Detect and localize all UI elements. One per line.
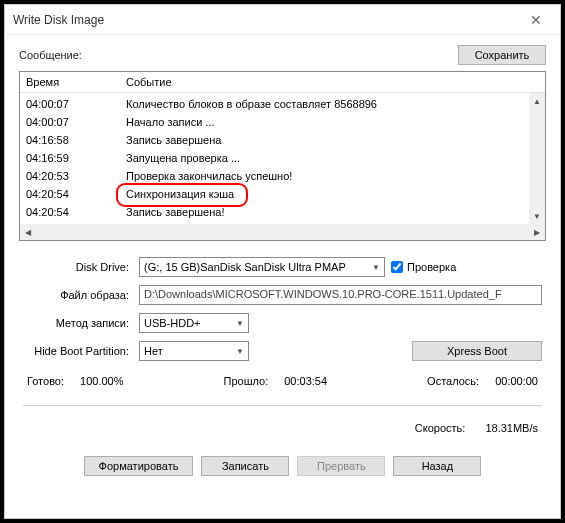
log-time: 04:20:53 bbox=[26, 168, 126, 184]
table-row[interactable]: 04:16:59Запущена проверка ... bbox=[20, 149, 545, 167]
table-row[interactable]: 04:20:54Запись завершена! bbox=[20, 203, 545, 221]
col-event-header[interactable]: Событие bbox=[120, 72, 545, 92]
chevron-down-icon: ▼ bbox=[236, 347, 244, 356]
xpress-boot-button[interactable]: Xpress Boot bbox=[412, 341, 542, 361]
titlebar: Write Disk Image ✕ bbox=[5, 5, 560, 35]
log-event: Начало записи ... bbox=[126, 114, 539, 130]
write-method-value: USB-HDD+ bbox=[144, 317, 201, 329]
verify-checkbox-input[interactable] bbox=[391, 261, 403, 273]
verify-checkbox[interactable]: Проверка bbox=[391, 261, 456, 273]
divider bbox=[23, 405, 542, 406]
save-button[interactable]: Сохранить bbox=[458, 45, 546, 65]
back-button[interactable]: Назад bbox=[393, 456, 481, 476]
log-body: 04:00:07Количество блоков в образе соста… bbox=[20, 93, 545, 224]
disk-drive-select[interactable]: (G:, 15 GB)SanDisk SanDisk Ultra PMAP ▼ bbox=[139, 257, 385, 277]
format-button[interactable]: Форматировать bbox=[84, 456, 194, 476]
log-time: 04:00:07 bbox=[26, 114, 126, 130]
hide-boot-value: Нет bbox=[144, 345, 163, 357]
remain-value: 00:00:00 bbox=[495, 375, 538, 387]
scroll-left-icon[interactable]: ◀ bbox=[20, 224, 36, 240]
log-time: 04:16:59 bbox=[26, 150, 126, 166]
log-time: 04:16:58 bbox=[26, 132, 126, 148]
disk-drive-label: Disk Drive: bbox=[23, 261, 133, 273]
speed-value: 18.31MB/s bbox=[485, 422, 538, 434]
log-event: Запись завершена! bbox=[126, 204, 539, 220]
image-file-field[interactable]: D:\Downloads\MICROSOFT.WINDOWS.10.PRO-CO… bbox=[139, 285, 542, 305]
hide-boot-label: Hide Boot Partition: bbox=[23, 345, 133, 357]
table-row[interactable]: 04:20:54Синхронизация кэша bbox=[20, 185, 545, 203]
log-time: 04:00:07 bbox=[26, 96, 126, 112]
write-button[interactable]: Записать bbox=[201, 456, 289, 476]
message-label: Сообщение: bbox=[19, 49, 82, 61]
table-row[interactable]: 04:00:07Количество блоков в образе соста… bbox=[20, 95, 545, 113]
window: Write Disk Image ✕ Сообщение: Сохранить … bbox=[4, 4, 561, 519]
chevron-down-icon: ▼ bbox=[372, 263, 380, 272]
log-time: 04:20:54 bbox=[26, 204, 126, 220]
window-title: Write Disk Image bbox=[13, 13, 104, 27]
log-event: Проверка закончилась успешно! bbox=[126, 168, 539, 184]
disk-drive-value: (G:, 15 GB)SanDisk SanDisk Ultra PMAP bbox=[144, 261, 346, 273]
col-time-header[interactable]: Время bbox=[20, 72, 120, 92]
log-time: 04:20:54 bbox=[26, 186, 126, 202]
abort-button: Прервать bbox=[297, 456, 385, 476]
ready-value: 100.00% bbox=[80, 375, 123, 387]
table-row[interactable]: 04:00:07Начало записи ... bbox=[20, 113, 545, 131]
table-row[interactable]: 04:16:58Запись завершена bbox=[20, 131, 545, 149]
table-row[interactable]: 04:20:53Проверка закончилась успешно! bbox=[20, 167, 545, 185]
log-panel: Время Событие 04:00:07Количество блоков … bbox=[19, 71, 546, 241]
elapsed-label: Прошло: bbox=[224, 375, 269, 387]
remain-label: Осталось: bbox=[427, 375, 479, 387]
vertical-scrollbar[interactable]: ▲ ▼ bbox=[529, 93, 545, 224]
close-icon[interactable]: ✕ bbox=[520, 8, 552, 32]
horizontal-scrollbar[interactable]: ◀ ▶ bbox=[20, 224, 545, 240]
speed-label: Скорость: bbox=[415, 422, 466, 434]
log-event: Запись завершена bbox=[126, 132, 539, 148]
log-event: Количество блоков в образе составляет 85… bbox=[126, 96, 539, 112]
scroll-right-icon[interactable]: ▶ bbox=[529, 224, 545, 240]
image-file-label: Файл образа: bbox=[23, 289, 133, 301]
log-event: Запущена проверка ... bbox=[126, 150, 539, 166]
chevron-down-icon: ▼ bbox=[236, 319, 244, 328]
scroll-down-icon[interactable]: ▼ bbox=[529, 208, 545, 224]
elapsed-value: 00:03:54 bbox=[284, 375, 327, 387]
log-event: Синхронизация кэша bbox=[126, 186, 539, 202]
ready-label: Готово: bbox=[27, 375, 64, 387]
hide-boot-select[interactable]: Нет ▼ bbox=[139, 341, 249, 361]
write-method-select[interactable]: USB-HDD+ ▼ bbox=[139, 313, 249, 333]
verify-label: Проверка bbox=[407, 261, 456, 273]
write-method-label: Метод записи: bbox=[23, 317, 133, 329]
scroll-up-icon[interactable]: ▲ bbox=[529, 93, 545, 109]
